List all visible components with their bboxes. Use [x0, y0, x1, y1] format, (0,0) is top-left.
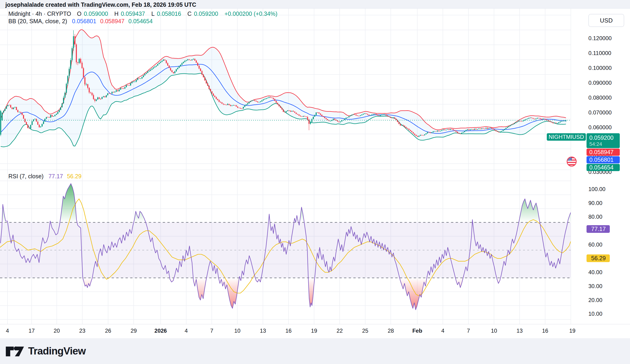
rsi-axis-label: 40.00 — [588, 269, 602, 276]
time-axis-label: 7 — [456, 328, 481, 334]
tradingview-snapshot: josephalalade created with TradingView.c… — [0, 0, 630, 364]
time-axis-label: 19 — [560, 328, 585, 334]
attribution-bar: josephalalade created with TradingView.c… — [0, 0, 630, 8]
bb-legend: BB (20, SMA, close, 2) 0.056801 0.058947… — [8, 18, 155, 25]
bb-lower-value: 0.054654 — [128, 18, 152, 24]
rsi-axis-label: 90.00 — [588, 200, 602, 207]
symbol-title[interactable]: Midnight · 4h · CRYPTO — [8, 10, 71, 17]
price-pane[interactable] — [0, 8, 571, 170]
time-axis-label: 23 — [70, 328, 95, 334]
ohlc-high: H0.059437 — [114, 10, 148, 17]
time-scale[interactable]: 4172023262920264710131619222528Feb471013… — [0, 324, 630, 339]
ohlc-close: C0.059200 — [187, 10, 220, 17]
time-axis-label: 28 — [378, 328, 404, 334]
rsi-axis-label: 100.00 — [588, 186, 605, 193]
chart-area[interactable]: USD 0.1200000.1100000.1000000.0900000.08… — [0, 8, 630, 338]
footer: TradingView — [0, 338, 630, 364]
us-flag-icon[interactable] — [566, 157, 577, 167]
bb-lower-badge: 0.054654 — [586, 164, 620, 171]
price-axis-label: 0.120000 — [588, 35, 612, 42]
rsi-axis-label: 30.00 — [588, 283, 602, 290]
bb-basis-badge: 0.056801 — [586, 156, 620, 164]
rsi-value-badge: 77.17 — [586, 225, 610, 233]
rsi-pane[interactable] — [0, 170, 571, 324]
price-axis-label: 0.080000 — [588, 94, 612, 101]
bb-title[interactable]: BB (20, SMA, close, 2) — [8, 18, 67, 24]
symbol-legend: Midnight · 4h · CRYPTO O0.059000 H0.0594… — [8, 10, 280, 17]
ohlc-low: L0.058016 — [151, 10, 184, 17]
price-axis-label: 0.090000 — [588, 79, 612, 86]
tradingview-logo-text: TradingView — [28, 345, 86, 357]
rsi-legend: RSI (7, close) 77.17 56.29 — [8, 173, 84, 180]
symbol-price-tag: NIGHTMIUSD — [547, 133, 586, 141]
price-axis-label: 0.070000 — [588, 109, 612, 116]
time-axis-label: Feb — [404, 328, 430, 334]
time-axis-label: 13 — [507, 328, 532, 334]
tradingview-glyph-icon — [5, 344, 24, 358]
rsi-axis-label: 20.00 — [588, 297, 602, 304]
ohlc-open: O0.059000 — [77, 10, 110, 17]
price-axis-label: 0.110000 — [588, 50, 611, 57]
bb-basis-value: 0.056801 — [72, 18, 96, 24]
time-axis-label: 4 — [430, 328, 456, 334]
price-axis-label: 0.100000 — [588, 64, 612, 71]
pane-divider[interactable] — [0, 170, 630, 170]
time-axis-label: 2026 — [148, 328, 174, 334]
time-axis-label: 16 — [276, 328, 301, 334]
time-axis-label: 29 — [121, 328, 146, 334]
time-axis-label: 4 — [174, 328, 199, 334]
tradingview-logo[interactable]: TradingView — [5, 344, 86, 358]
time-axis-label: 20 — [44, 328, 70, 334]
time-axis-label: 26 — [95, 328, 121, 334]
time-axis-label: 13 — [250, 328, 276, 334]
rsi-axis-label: 80.00 — [588, 213, 602, 220]
time-axis-label: 25 — [352, 328, 378, 334]
rsi-axis-label: 10.00 — [588, 310, 602, 317]
rsi-axis-label: 60.00 — [588, 241, 602, 248]
rsi-ma-badge: 56.29 — [586, 254, 610, 262]
currency-toggle-button[interactable]: USD — [588, 14, 624, 27]
time-axis-label: 19 — [301, 328, 327, 334]
time-axis-label: 22 — [327, 328, 352, 334]
time-axis-label: 7 — [199, 328, 224, 334]
rsi-ma-value: 56.29 — [67, 173, 82, 180]
time-axis-label: 4 — [0, 328, 20, 334]
bb-fill — [1, 30, 566, 147]
rsi-title[interactable]: RSI (7, close) — [8, 173, 44, 180]
time-axis-label: 16 — [532, 328, 558, 334]
bar-countdown: 54:24 — [589, 141, 620, 147]
attribution-text: josephalalade created with TradingView.c… — [5, 1, 196, 8]
time-axis-label: 17 — [19, 328, 44, 334]
time-axis-label: 10 — [481, 328, 507, 334]
rsi-value: 77.17 — [48, 173, 63, 180]
price-axis-label: 0.060000 — [588, 124, 612, 131]
change-value: +0.000200 (+0.34%) — [224, 10, 277, 17]
bb-upper-badge: 0.058947 — [586, 149, 620, 156]
time-axis-label: 10 — [224, 328, 250, 334]
last-price-badge: 0.059200 54:24 — [586, 133, 620, 148]
bb-upper-value: 0.058947 — [100, 18, 124, 24]
